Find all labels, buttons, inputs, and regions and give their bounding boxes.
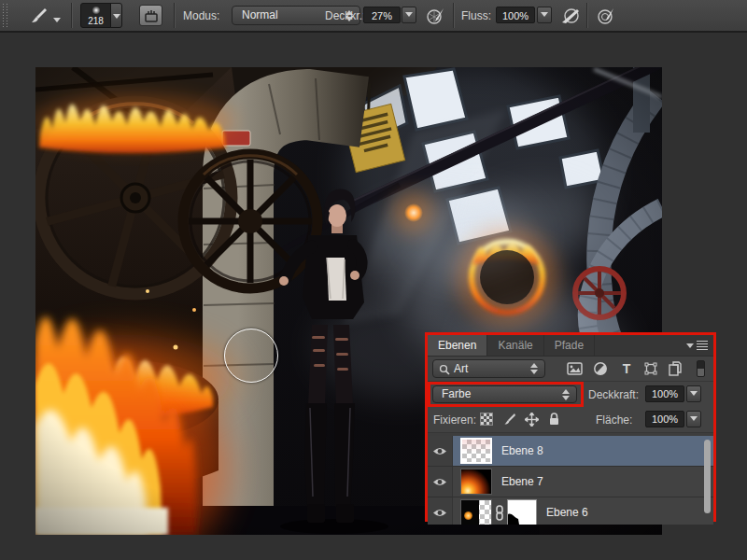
- options-bar: 218 Modus: Normal Deckkr.: 27% Fluss: 10…: [0, 0, 747, 33]
- layers-scrollbar[interactable]: [704, 440, 711, 513]
- brush-preset-picker[interactable]: 218: [80, 3, 111, 28]
- brush-panel-toggle[interactable]: [139, 5, 162, 26]
- modus-label: Modus:: [183, 9, 219, 22]
- tab-ebenen[interactable]: Ebenen: [428, 335, 487, 356]
- brush-tip-preview: [92, 7, 100, 14]
- type-filter-icon[interactable]: T: [616, 360, 637, 377]
- lock-row: Fixieren: Fläche: 100%: [428, 407, 713, 433]
- layers-panel: Ebenen Kanäle Pfade Art T: [425, 332, 716, 522]
- brush-panel-icon: [144, 8, 159, 23]
- layer-name[interactable]: Ebene 6: [546, 506, 588, 519]
- shape-filter-icon[interactable]: [641, 360, 661, 377]
- blend-mode-select[interactable]: Farbe: [432, 385, 577, 403]
- brush-tool-dropdown-arrow[interactable]: [53, 13, 61, 22]
- chain-icon: [495, 505, 504, 521]
- layer-filter-row: Art T: [428, 357, 713, 382]
- blend-row: Farbe Deckkraft: 100%: [428, 382, 713, 407]
- layer-name[interactable]: Ebene 8: [501, 444, 543, 457]
- toolbar-separator: [71, 3, 73, 28]
- toolbar-separator: [453, 3, 455, 28]
- filter-toggle[interactable]: [697, 360, 705, 377]
- visibility-toggle[interactable]: [428, 497, 453, 525]
- type-filter-glyph: T: [623, 361, 631, 376]
- modus-value: Normal: [242, 8, 278, 21]
- brush-tool-icon[interactable]: [26, 4, 49, 27]
- brush-cursor[interactable]: [224, 329, 278, 383]
- layers-list: Ebene 8 Ebene 7 Ebene 6: [428, 433, 713, 525]
- layer-filter-value: Art: [454, 362, 468, 375]
- search-icon: [439, 364, 450, 375]
- opacity-dropdown-button[interactable]: [402, 7, 416, 23]
- toolbar-separator: [174, 3, 176, 28]
- eye-icon: [432, 508, 447, 518]
- updown-arrows-icon: [562, 389, 570, 400]
- brush-tool-glyph: [29, 7, 48, 25]
- visibility-toggle[interactable]: [428, 467, 453, 497]
- brush-size-value: 218: [81, 16, 110, 26]
- layer-row-ebene-8[interactable]: Ebene 8: [428, 436, 713, 467]
- layer-thumbnail[interactable]: [460, 499, 492, 525]
- tab-pfade[interactable]: Pfade: [544, 335, 595, 356]
- pressure-opacity-icon[interactable]: [424, 4, 447, 27]
- eye-icon: [432, 477, 447, 487]
- fluss-label: Fluss:: [461, 9, 491, 22]
- eye-icon: [432, 446, 447, 456]
- fill-input[interactable]: 100%: [645, 411, 684, 427]
- layer-mask-thumbnail[interactable]: [507, 499, 537, 525]
- panel-tab-bar: Ebenen Kanäle Pfade: [428, 335, 713, 357]
- layer-row-ebene-7[interactable]: Ebene 7: [428, 467, 713, 497]
- updown-arrows-icon: [530, 363, 538, 374]
- fixieren-label: Fixieren:: [433, 413, 476, 427]
- visibility-toggle[interactable]: [428, 436, 453, 466]
- deckkr-label: Deckkr.:: [325, 9, 365, 22]
- panel-menu-icon[interactable]: [686, 335, 713, 356]
- layer-opacity-dropdown[interactable]: [686, 385, 701, 402]
- blend-mode-highlight: Farbe: [428, 382, 584, 407]
- layer-row-ebene-6[interactable]: Ebene 6: [428, 497, 713, 525]
- pressure-size-icon[interactable]: [594, 4, 617, 27]
- flow-dropdown-button[interactable]: [537, 7, 552, 23]
- airbrush-icon[interactable]: [558, 4, 582, 27]
- pixel-filter-icon[interactable]: [564, 360, 585, 377]
- toolbar-grip[interactable]: [3, 4, 8, 27]
- tab-kanaele[interactable]: Kanäle: [487, 335, 543, 356]
- smartobject-filter-icon[interactable]: [665, 360, 685, 377]
- lock-pixels-icon[interactable]: [500, 412, 517, 427]
- layer-opacity-input[interactable]: 100%: [645, 385, 684, 402]
- blend-mode-value: Farbe: [442, 387, 471, 400]
- layer-thumbnail[interactable]: [460, 469, 492, 495]
- flaeche-label: Fläche:: [596, 413, 632, 427]
- opacity-input[interactable]: 27%: [363, 7, 401, 23]
- layer-filter-select[interactable]: Art: [432, 359, 545, 378]
- flow-input[interactable]: 100%: [496, 7, 535, 23]
- brush-preset-picker-arrow[interactable]: [110, 3, 122, 28]
- adjustment-filter-icon[interactable]: [590, 360, 611, 377]
- deckkraft-label: Deckkraft:: [588, 388, 639, 401]
- lock-position-icon[interactable]: [523, 412, 540, 427]
- toolbar-separator: [586, 3, 588, 28]
- layer-thumbnail[interactable]: [460, 438, 492, 464]
- layer-name[interactable]: Ebene 7: [501, 475, 543, 488]
- fill-dropdown[interactable]: [686, 411, 701, 427]
- lock-all-icon[interactable]: [545, 412, 562, 427]
- photoshop-window: { "toolbar": { "brush_size": "218", "mod…: [0, 0, 747, 560]
- lock-transparency-icon[interactable]: [478, 412, 495, 427]
